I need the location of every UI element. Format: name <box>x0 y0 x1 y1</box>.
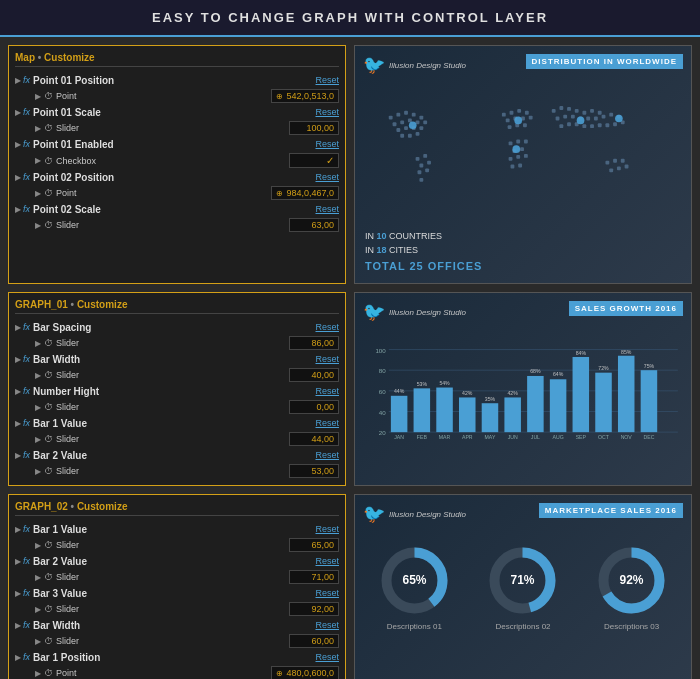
reset-bar-width[interactable]: Reset <box>315 354 339 364</box>
studio-brand: 🐦 Illusion Design Studio <box>363 301 466 323</box>
point01-scale-value[interactable]: 100,00 <box>289 121 339 135</box>
svg-rect-5 <box>393 122 397 126</box>
svg-text:53%: 53% <box>417 381 428 387</box>
svg-rect-52 <box>556 117 560 121</box>
reset-point01-position[interactable]: Reset <box>315 75 339 85</box>
clock-icon: ⏱ <box>44 188 53 198</box>
reset-g1-bar2[interactable]: Reset <box>315 450 339 460</box>
map-container <box>355 84 691 224</box>
g2-bar2-value[interactable]: 71,00 <box>289 570 339 584</box>
svg-text:JAN: JAN <box>394 435 404 441</box>
svg-rect-73 <box>609 168 613 172</box>
svg-rect-121 <box>618 356 635 432</box>
svg-rect-20 <box>427 161 431 165</box>
page-header: EASY TO CHANGE GRAPH WITH CONTROL LAYER <box>0 0 700 37</box>
point01-position-value[interactable]: ⊕ 542,0,513,0 <box>271 89 339 103</box>
svg-rect-48 <box>575 109 579 113</box>
svg-text:100: 100 <box>375 347 386 354</box>
clock-icon: ⏱ <box>44 156 53 166</box>
reset-g2-bar1-pos[interactable]: Reset <box>315 652 339 662</box>
svg-rect-71 <box>613 159 617 163</box>
svg-rect-124 <box>641 371 658 433</box>
g2-bar1-position-value[interactable]: ⊕ 480,0,600,0 <box>271 666 339 679</box>
svg-text:64%: 64% <box>553 372 564 378</box>
svg-rect-45 <box>552 109 556 113</box>
sub-arrow: ▶ <box>35 124 41 133</box>
graph01-panel-title: GRAPH_01 • Customize <box>15 299 339 314</box>
reset-point01-enabled[interactable]: Reset <box>315 139 339 149</box>
g2-bar1-value[interactable]: 65,00 <box>289 538 339 552</box>
svg-rect-106 <box>504 398 521 433</box>
point02-scale-value[interactable]: 63,00 <box>289 218 339 232</box>
donut-chart-badge: MARKETPLACE SALES 2016 <box>539 503 683 518</box>
svg-text:MAY: MAY <box>485 435 496 441</box>
g2-bar-width-row: ▶ fx Bar Width Reset <box>15 617 339 633</box>
point02-position-value[interactable]: ⊕ 984,0,467,0 <box>271 186 339 200</box>
svg-rect-103 <box>482 404 499 433</box>
sub-arrow: ▶ <box>35 156 41 165</box>
expand-arrow[interactable]: ▶ <box>15 205 21 214</box>
svg-rect-115 <box>573 357 590 432</box>
bar-width-row: ▶ fx Bar Width Reset <box>15 351 339 367</box>
svg-rect-72 <box>621 159 625 163</box>
svg-rect-109 <box>527 376 544 432</box>
svg-text:68%: 68% <box>530 369 541 375</box>
reset-point02-position[interactable]: Reset <box>315 172 339 182</box>
expand-arrow[interactable]: ▶ <box>15 140 21 149</box>
graph02-control-panel: GRAPH_02 • Customize ▶ fx Bar 1 Value Re… <box>8 494 346 679</box>
reset-g2-bar2[interactable]: Reset <box>315 556 339 566</box>
g2-bar-width-value[interactable]: 60,00 <box>289 634 339 648</box>
studio-name: Illusion Design Studio <box>389 308 466 317</box>
reset-g1-bar1[interactable]: Reset <box>315 418 339 428</box>
bar-width-value[interactable]: 40,00 <box>289 368 339 382</box>
number-hight-sub: ▶ ⏱ Slider 0,00 <box>15 399 339 415</box>
bird-icon: 🐦 <box>363 301 385 323</box>
svg-text:MAR: MAR <box>439 435 451 441</box>
g2-bar2-sub: ▶ ⏱ Slider 71,00 <box>15 569 339 585</box>
map-panel-title: Map • Customize <box>15 52 339 67</box>
point01-position-row: ▶ fx Point 01 Position Reset <box>15 72 339 88</box>
reset-bar-spacing[interactable]: Reset <box>315 322 339 332</box>
studio-name: Illusion Design Studio <box>389 61 466 70</box>
reset-g2-bar-width[interactable]: Reset <box>315 620 339 630</box>
reset-g2-bar3[interactable]: Reset <box>315 588 339 598</box>
svg-rect-74 <box>617 166 621 170</box>
svg-text:APR: APR <box>462 435 473 441</box>
bar-spacing-value[interactable]: 86,00 <box>289 336 339 350</box>
svg-text:35%: 35% <box>485 397 496 403</box>
reset-point01-scale[interactable]: Reset <box>315 107 339 117</box>
svg-rect-46 <box>559 106 563 110</box>
svg-rect-35 <box>509 142 513 146</box>
svg-point-80 <box>512 145 520 153</box>
svg-rect-22 <box>425 168 429 172</box>
donut-item-1: 65% Descriptions 01 <box>377 543 452 631</box>
svg-point-76 <box>409 121 417 129</box>
expand-arrow[interactable]: ▶ <box>15 108 21 117</box>
svg-text:72%: 72% <box>598 366 609 372</box>
svg-text:SEP: SEP <box>576 435 587 441</box>
point01-enabled-value[interactable]: ✓ <box>289 153 339 168</box>
map-preview-header: 🐦 Illusion Design Studio DISTRIBUTION IN… <box>355 46 691 84</box>
svg-rect-15 <box>408 134 412 138</box>
svg-rect-18 <box>423 154 427 158</box>
svg-rect-40 <box>509 157 513 161</box>
svg-rect-2 <box>404 111 408 115</box>
reset-point02-scale[interactable]: Reset <box>315 204 339 214</box>
number-hight-value[interactable]: 0,00 <box>289 400 339 414</box>
svg-text:40: 40 <box>379 409 386 416</box>
svg-text:JUL: JUL <box>531 435 540 441</box>
svg-rect-51 <box>598 111 602 115</box>
g1-bar1-value[interactable]: 44,00 <box>289 432 339 446</box>
svg-text:42%: 42% <box>508 390 519 396</box>
g1-bar2-value[interactable]: 53,00 <box>289 464 339 478</box>
svg-rect-118 <box>595 373 612 432</box>
svg-rect-44 <box>518 164 522 168</box>
expand-arrow[interactable]: ▶ <box>15 173 21 182</box>
point01-enabled-sub: ▶ ⏱ Checkbox ✓ <box>15 152 339 169</box>
bar-width-sub: ▶ ⏱ Slider 40,00 <box>15 367 339 383</box>
graph02-panel-title: GRAPH_02 • Customize <box>15 501 339 516</box>
expand-arrow[interactable]: ▶ <box>15 76 21 85</box>
reset-number-hight[interactable]: Reset <box>315 386 339 396</box>
g2-bar3-value[interactable]: 92,00 <box>289 602 339 616</box>
reset-g2-bar1[interactable]: Reset <box>315 524 339 534</box>
